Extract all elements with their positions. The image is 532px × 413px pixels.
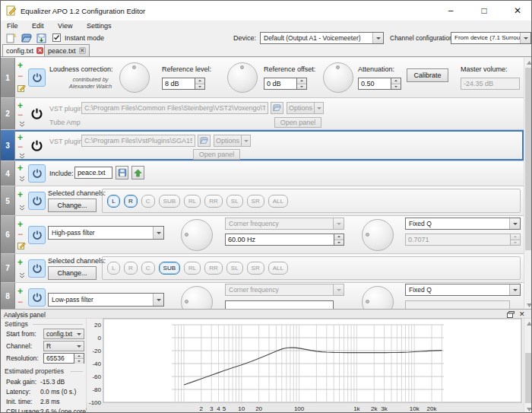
reference-level-knob[interactable] [119,62,150,93]
q-type-select[interactable]: Fixed Q [405,284,521,296]
channel-button-l[interactable]: L [107,195,120,208]
channel-button-sl[interactable]: SL [226,195,243,208]
attenuation-input[interactable] [358,78,391,90]
add-filter-icon[interactable]: + [17,62,23,69]
remove-filter-icon[interactable]: − [17,72,23,80]
q-type-select[interactable]: Fixed Q [405,218,521,230]
channel-config-select[interactable]: From device (7.1 Surround) [451,32,531,44]
scroll-up-icon[interactable] [524,58,532,67]
close-button[interactable]: ✕ [502,1,532,21]
menu-view[interactable]: View [52,21,78,32]
power-toggle[interactable] [28,104,46,122]
instant-mode-checkbox[interactable] [52,33,61,42]
open-panel-button[interactable]: Open panel [274,117,321,128]
resolution-spinner[interactable] [43,353,84,364]
remove-filter-icon[interactable]: − [17,111,23,119]
channel-button-r[interactable]: R [124,195,138,208]
options-dropdown-arrow[interactable] [241,135,251,147]
row-number[interactable]: 7 [1,254,15,282]
collapse-icon[interactable] [19,121,25,127]
include-file-field[interactable] [74,167,112,179]
attenuation-knob[interactable] [323,62,353,93]
change-channels-button[interactable]: Change... [48,199,97,212]
channel-button-rl[interactable]: RL [184,195,201,208]
add-filter-icon[interactable]: + [17,221,23,228]
filter-type-select[interactable]: Low-pass filter [48,293,164,307]
row-number[interactable]: 6 [1,216,15,253]
remove-filter-icon[interactable]: − [17,230,23,238]
channel-button-sr[interactable]: SR [247,195,264,208]
power-toggle[interactable] [28,288,46,307]
calibrate-button[interactable]: Calibrate [407,68,448,82]
collapse-icon[interactable] [19,272,25,278]
power-toggle[interactable] [28,136,46,154]
tab-config-txt[interactable]: config.txt ✕ [2,44,47,56]
open-panel-button[interactable]: Open panel [193,149,240,160]
row-number[interactable]: 1 [1,58,15,97]
corner-frequency-knob[interactable] [181,219,213,251]
power-toggle[interactable] [28,192,46,210]
channel-button-rr[interactable]: RR [204,262,223,275]
new-file-button[interactable] [5,32,17,44]
power-toggle[interactable] [28,164,46,183]
add-filter-icon[interactable]: + [17,191,23,199]
edit-icon[interactable] [17,84,26,92]
row-number[interactable]: 3 [1,130,15,160]
filter-type-select[interactable]: High-pass filter [48,226,164,240]
spin-arrows[interactable] [334,234,344,246]
parameter-select[interactable]: Corner frequency [225,218,344,230]
browse-plugin-button[interactable] [271,102,283,114]
row-number[interactable]: 5 [1,186,15,215]
attenuation-spinner[interactable] [358,78,401,90]
spin-arrows[interactable] [296,78,307,90]
add-filter-icon[interactable]: + [17,134,23,141]
spin-arrows[interactable] [195,78,205,90]
menu-file[interactable]: File [1,21,24,32]
remove-filter-icon[interactable]: − [17,298,23,306]
channel-button-sub[interactable]: SUB [159,262,180,275]
channel-button-rl[interactable]: RL [184,262,201,275]
edit-icon[interactable] [17,241,26,249]
open-file-button[interactable] [20,32,33,44]
channel-button-c[interactable]: C [141,262,155,275]
options-dropdown-arrow[interactable] [314,102,324,114]
tab-peace-txt[interactable]: peace.txt ✕ [44,44,90,56]
reference-offset-knob[interactable] [227,62,258,93]
browse-include-button[interactable] [116,166,128,179]
options-button[interactable]: Options [287,102,315,114]
close-panel-icon[interactable]: ✕ [519,310,525,318]
corner-frequency-knob[interactable] [181,286,213,309]
chart-scrollbar[interactable] [524,319,532,413]
collapse-icon[interactable] [19,205,25,211]
scroll-up-icon[interactable] [524,319,532,328]
row-number[interactable]: 8 [1,283,15,309]
channel-button-sub[interactable]: SUB [159,195,180,208]
float-panel-icon[interactable] [507,311,515,318]
channel-button-r[interactable]: R [124,262,138,275]
tab-close-icon[interactable]: ✕ [79,47,86,54]
corner-frequency-input[interactable] [225,300,334,309]
add-filter-icon[interactable]: + [17,164,23,172]
q-knob[interactable] [362,286,394,309]
channel-select[interactable]: R [43,341,84,351]
save-file-button[interactable] [35,32,48,44]
change-channels-button[interactable]: Change... [48,266,97,280]
config-scrollbar[interactable] [524,58,532,310]
vst-path-field[interactable] [81,135,195,147]
q-knob[interactable] [362,219,394,251]
minimize-button[interactable]: – [435,1,466,21]
corner-frequency-input[interactable] [225,234,334,246]
start-from-select[interactable]: config.txt [43,329,84,339]
remove-filter-icon[interactable]: − [17,143,23,151]
channel-button-sl[interactable]: SL [226,262,243,275]
device-select[interactable]: Default (Output A1 - Voicemeeter) [260,32,384,44]
channel-button-c[interactable]: C [141,195,155,208]
channel-button-all[interactable]: ALL [268,195,288,208]
channel-button-l[interactable]: L [107,262,120,275]
reference-level-spinner[interactable] [162,78,205,90]
reference-offset-input[interactable] [264,78,296,90]
spin-arrows[interactable] [74,353,84,364]
corner-frequency-spinner[interactable] [225,234,344,246]
collapse-icon[interactable] [19,153,25,159]
tab-close-icon[interactable]: ✕ [36,47,43,54]
